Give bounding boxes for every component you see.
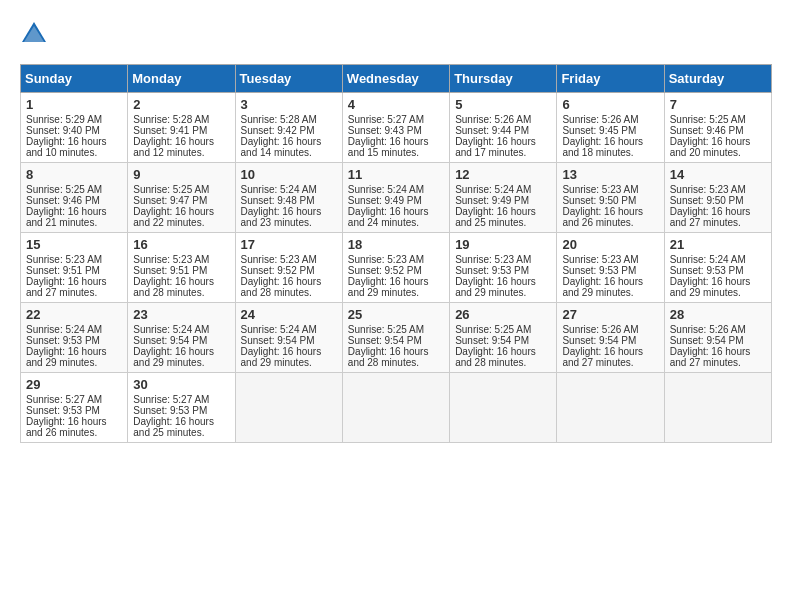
calendar-week-5: 29Sunrise: 5:27 AMSunset: 9:53 PMDayligh… — [21, 373, 772, 443]
sunset-text: Sunset: 9:49 PM — [348, 195, 444, 206]
day-number: 30 — [133, 377, 229, 392]
calendar-cell: 26Sunrise: 5:25 AMSunset: 9:54 PMDayligh… — [450, 303, 557, 373]
calendar-cell: 3Sunrise: 5:28 AMSunset: 9:42 PMDaylight… — [235, 93, 342, 163]
calendar-header-monday: Monday — [128, 65, 235, 93]
sunrise-text: Sunrise: 5:23 AM — [348, 254, 444, 265]
sunrise-text: Sunrise: 5:28 AM — [133, 114, 229, 125]
calendar-cell: 27Sunrise: 5:26 AMSunset: 9:54 PMDayligh… — [557, 303, 664, 373]
sunset-text: Sunset: 9:52 PM — [241, 265, 337, 276]
sunset-text: Sunset: 9:42 PM — [241, 125, 337, 136]
day-number: 9 — [133, 167, 229, 182]
day-number: 23 — [133, 307, 229, 322]
sunset-text: Sunset: 9:48 PM — [241, 195, 337, 206]
sunset-text: Sunset: 9:47 PM — [133, 195, 229, 206]
calendar-cell: 4Sunrise: 5:27 AMSunset: 9:43 PMDaylight… — [342, 93, 449, 163]
calendar-cell: 9Sunrise: 5:25 AMSunset: 9:47 PMDaylight… — [128, 163, 235, 233]
daylight-text: Daylight: 16 hours and 28 minutes. — [241, 276, 337, 298]
calendar-cell: 22Sunrise: 5:24 AMSunset: 9:53 PMDayligh… — [21, 303, 128, 373]
sunrise-text: Sunrise: 5:26 AM — [455, 114, 551, 125]
sunrise-text: Sunrise: 5:26 AM — [670, 324, 766, 335]
calendar-week-4: 22Sunrise: 5:24 AMSunset: 9:53 PMDayligh… — [21, 303, 772, 373]
calendar-cell: 25Sunrise: 5:25 AMSunset: 9:54 PMDayligh… — [342, 303, 449, 373]
sunrise-text: Sunrise: 5:27 AM — [26, 394, 122, 405]
sunrise-text: Sunrise: 5:24 AM — [348, 184, 444, 195]
sunset-text: Sunset: 9:53 PM — [670, 265, 766, 276]
sunrise-text: Sunrise: 5:29 AM — [26, 114, 122, 125]
sunrise-text: Sunrise: 5:24 AM — [455, 184, 551, 195]
daylight-text: Daylight: 16 hours and 15 minutes. — [348, 136, 444, 158]
calendar-cell — [235, 373, 342, 443]
sunset-text: Sunset: 9:49 PM — [455, 195, 551, 206]
daylight-text: Daylight: 16 hours and 17 minutes. — [455, 136, 551, 158]
daylight-text: Daylight: 16 hours and 27 minutes. — [26, 276, 122, 298]
sunset-text: Sunset: 9:46 PM — [26, 195, 122, 206]
sunrise-text: Sunrise: 5:24 AM — [241, 324, 337, 335]
calendar-cell: 13Sunrise: 5:23 AMSunset: 9:50 PMDayligh… — [557, 163, 664, 233]
calendar-header-wednesday: Wednesday — [342, 65, 449, 93]
day-number: 11 — [348, 167, 444, 182]
sunset-text: Sunset: 9:51 PM — [26, 265, 122, 276]
sunset-text: Sunset: 9:53 PM — [26, 335, 122, 346]
sunrise-text: Sunrise: 5:23 AM — [241, 254, 337, 265]
sunset-text: Sunset: 9:54 PM — [348, 335, 444, 346]
calendar-cell: 17Sunrise: 5:23 AMSunset: 9:52 PMDayligh… — [235, 233, 342, 303]
calendar-cell: 12Sunrise: 5:24 AMSunset: 9:49 PMDayligh… — [450, 163, 557, 233]
sunrise-text: Sunrise: 5:25 AM — [455, 324, 551, 335]
sunset-text: Sunset: 9:50 PM — [562, 195, 658, 206]
day-number: 10 — [241, 167, 337, 182]
sunrise-text: Sunrise: 5:24 AM — [26, 324, 122, 335]
daylight-text: Daylight: 16 hours and 12 minutes. — [133, 136, 229, 158]
calendar-cell: 15Sunrise: 5:23 AMSunset: 9:51 PMDayligh… — [21, 233, 128, 303]
calendar-cell: 28Sunrise: 5:26 AMSunset: 9:54 PMDayligh… — [664, 303, 771, 373]
calendar-cell — [557, 373, 664, 443]
sunset-text: Sunset: 9:54 PM — [241, 335, 337, 346]
calendar-header-thursday: Thursday — [450, 65, 557, 93]
logo-icon — [20, 20, 48, 48]
sunrise-text: Sunrise: 5:25 AM — [670, 114, 766, 125]
day-number: 17 — [241, 237, 337, 252]
day-number: 16 — [133, 237, 229, 252]
calendar-header-row: SundayMondayTuesdayWednesdayThursdayFrid… — [21, 65, 772, 93]
sunrise-text: Sunrise: 5:23 AM — [26, 254, 122, 265]
calendar-cell: 1Sunrise: 5:29 AMSunset: 9:40 PMDaylight… — [21, 93, 128, 163]
sunrise-text: Sunrise: 5:23 AM — [670, 184, 766, 195]
page-header — [20, 20, 772, 48]
day-number: 15 — [26, 237, 122, 252]
day-number: 12 — [455, 167, 551, 182]
day-number: 22 — [26, 307, 122, 322]
calendar-cell: 6Sunrise: 5:26 AMSunset: 9:45 PMDaylight… — [557, 93, 664, 163]
sunset-text: Sunset: 9:54 PM — [670, 335, 766, 346]
calendar-cell — [450, 373, 557, 443]
daylight-text: Daylight: 16 hours and 29 minutes. — [455, 276, 551, 298]
calendar-cell: 20Sunrise: 5:23 AMSunset: 9:53 PMDayligh… — [557, 233, 664, 303]
sunrise-text: Sunrise: 5:25 AM — [133, 184, 229, 195]
sunset-text: Sunset: 9:53 PM — [562, 265, 658, 276]
day-number: 7 — [670, 97, 766, 112]
calendar-cell: 14Sunrise: 5:23 AMSunset: 9:50 PMDayligh… — [664, 163, 771, 233]
day-number: 28 — [670, 307, 766, 322]
daylight-text: Daylight: 16 hours and 27 minutes. — [562, 346, 658, 368]
calendar-cell: 7Sunrise: 5:25 AMSunset: 9:46 PMDaylight… — [664, 93, 771, 163]
daylight-text: Daylight: 16 hours and 23 minutes. — [241, 206, 337, 228]
day-number: 6 — [562, 97, 658, 112]
calendar-header-saturday: Saturday — [664, 65, 771, 93]
calendar-header-friday: Friday — [557, 65, 664, 93]
day-number: 20 — [562, 237, 658, 252]
daylight-text: Daylight: 16 hours and 29 minutes. — [670, 276, 766, 298]
calendar-cell: 24Sunrise: 5:24 AMSunset: 9:54 PMDayligh… — [235, 303, 342, 373]
calendar-table: SundayMondayTuesdayWednesdayThursdayFrid… — [20, 64, 772, 443]
day-number: 29 — [26, 377, 122, 392]
sunrise-text: Sunrise: 5:23 AM — [562, 254, 658, 265]
daylight-text: Daylight: 16 hours and 29 minutes. — [133, 346, 229, 368]
day-number: 2 — [133, 97, 229, 112]
daylight-text: Daylight: 16 hours and 29 minutes. — [562, 276, 658, 298]
daylight-text: Daylight: 16 hours and 27 minutes. — [670, 346, 766, 368]
day-number: 1 — [26, 97, 122, 112]
daylight-text: Daylight: 16 hours and 26 minutes. — [562, 206, 658, 228]
sunrise-text: Sunrise: 5:28 AM — [241, 114, 337, 125]
day-number: 19 — [455, 237, 551, 252]
day-number: 13 — [562, 167, 658, 182]
sunset-text: Sunset: 9:46 PM — [670, 125, 766, 136]
calendar-header-tuesday: Tuesday — [235, 65, 342, 93]
daylight-text: Daylight: 16 hours and 18 minutes. — [562, 136, 658, 158]
